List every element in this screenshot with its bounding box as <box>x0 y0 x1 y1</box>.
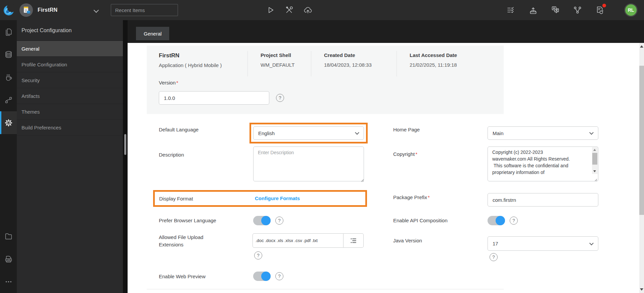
package-prefix-label-wrap: Package Prefix* <box>393 194 430 200</box>
tools-build-icon[interactable] <box>284 5 294 15</box>
sidebar-item-general[interactable]: General <box>17 41 123 57</box>
chevron-down-icon <box>355 130 359 135</box>
topbar-utilities: RL <box>506 0 638 20</box>
sidebar-title: Project Configuration <box>17 20 123 41</box>
tab-general[interactable]: General <box>136 27 169 40</box>
sidebar-scrollbar-thumb[interactable] <box>124 134 126 155</box>
project-avatar-icon[interactable] <box>19 3 33 17</box>
topbar-actions <box>265 0 313 20</box>
java-version-label: Java Version <box>393 238 422 243</box>
enable-web-preview-help-icon[interactable]: ? <box>275 272 283 280</box>
scroll-up-arrow-icon[interactable] <box>640 45 643 48</box>
recent-items-search-input[interactable] <box>111 4 178 16</box>
sidebar-item-profile-configuration[interactable]: Profile Configuration <box>17 57 123 72</box>
enable-web-preview-label: Enable Web Preview <box>159 274 205 279</box>
left-icon-rail: LOG <box>0 20 17 293</box>
project-shell-label: Project Shell <box>261 52 311 58</box>
page-scrollbar[interactable] <box>639 43 644 293</box>
package-prefix-label: Package Prefix <box>393 194 427 200</box>
rail-spacer <box>0 134 17 225</box>
logs-nav-icon[interactable]: LOG <box>0 247 17 270</box>
version-help-icon[interactable]: ? <box>276 94 284 102</box>
top-bar: FirstRN <box>0 0 644 20</box>
toggle-knob <box>496 216 505 225</box>
prefer-browser-language-toggle[interactable] <box>253 216 271 225</box>
home-page-label: Home Page <box>393 127 420 132</box>
share-branch-icon[interactable] <box>572 5 583 15</box>
scroll-down-arrow-icon[interactable] <box>640 288 643 291</box>
sidebar-item-security[interactable]: Security <box>17 72 123 88</box>
enable-api-composition-label: Enable API Composition <box>393 218 448 223</box>
version-input[interactable] <box>159 91 269 105</box>
project-switch-chevron-down-icon[interactable] <box>94 8 99 13</box>
description-textarea[interactable] <box>253 146 364 181</box>
extensions-list-button[interactable] <box>343 233 364 248</box>
resize-grip-icon[interactable] <box>594 177 597 180</box>
allowed-file-upload-help-icon[interactable]: ? <box>254 251 262 259</box>
scroll-up-arrow-icon[interactable] <box>593 149 596 151</box>
settings-sidebar: Project Configuration General Profile Co… <box>17 20 123 293</box>
more-options-icon[interactable] <box>0 270 17 293</box>
home-page-select[interactable]: Main <box>488 126 598 140</box>
java-version-value: 17 <box>493 241 498 246</box>
toggle-knob <box>261 216 271 225</box>
sync-changes-icon[interactable] <box>595 5 605 15</box>
file-explorer-nav-icon[interactable] <box>0 225 17 247</box>
wavemaker-logo-icon[interactable] <box>3 4 15 16</box>
enable-api-composition-toggle[interactable] <box>488 216 505 225</box>
cloud-upload-icon[interactable] <box>303 5 313 15</box>
run-play-icon[interactable] <box>265 5 275 15</box>
configure-formats-link[interactable]: Configure Formats <box>255 195 300 201</box>
pages-nav-icon[interactable] <box>0 20 17 43</box>
database-nav-icon[interactable] <box>0 43 17 66</box>
main-area: General FirstRN Application ( Hybrid Mob… <box>128 20 644 293</box>
last-accessed-label: Last Accessed Date <box>410 52 478 58</box>
settings-nav-icon[interactable] <box>0 111 17 134</box>
version-field-block: Version* ? <box>147 80 504 105</box>
summary-last-accessed-date: Last Accessed Date 21/02/2025, 11:19:18 <box>397 51 478 76</box>
copyright-textarea[interactable]: Copyright (c) 2022-2023 wavemaker.com Al… <box>488 146 598 181</box>
page-scrollbar-thumb[interactable] <box>639 66 644 215</box>
user-avatar[interactable]: RL <box>624 3 638 17</box>
created-date-value: 18/04/2023, 12:08:33 <box>324 62 397 68</box>
resize-grip-icon[interactable] <box>361 177 364 181</box>
package-prefix-input[interactable] <box>488 193 598 207</box>
enable-api-composition-help-icon[interactable]: ? <box>510 217 518 225</box>
project-summary-panel: FirstRN Application ( Hybrid Mobile ) Pr… <box>147 46 504 114</box>
java-services-nav-icon[interactable] <box>0 66 17 89</box>
prefer-browser-language-help-icon[interactable]: ? <box>275 217 283 225</box>
copyright-scrollbar[interactable] <box>592 147 598 174</box>
copyright-scrollbar-thumb[interactable] <box>592 153 597 165</box>
enable-web-preview-toggle[interactable] <box>253 272 271 281</box>
general-settings-content: FirstRN Application ( Hybrid Mobile ) Pr… <box>128 43 639 293</box>
sidebar-item-build-preferences[interactable]: Build Preferences <box>17 120 123 135</box>
summary-project: FirstRN Application ( Hybrid Mobile ) <box>147 51 247 76</box>
last-accessed-value: 21/02/2025, 11:19:18 <box>410 62 478 68</box>
prefer-browser-language-label: Prefer Browser Language <box>159 218 216 223</box>
sidebar-item-artifacts[interactable]: Artifacts <box>17 88 123 104</box>
display-format-label: Display Format <box>159 196 193 201</box>
sidebar-item-themes[interactable]: Themes <box>17 104 123 120</box>
default-language-label: Default Language <box>159 127 198 132</box>
version-label: Version <box>159 80 176 85</box>
created-date-label: Created Date <box>324 52 397 58</box>
required-marker: * <box>176 80 178 85</box>
project-name[interactable]: FirstRN <box>38 0 57 20</box>
required-marker: * <box>415 151 417 157</box>
toggle-knob <box>261 272 271 281</box>
allowed-file-upload-input[interactable] <box>252 233 343 248</box>
translate-languages-icon[interactable] <box>550 5 560 15</box>
section-divider <box>147 289 504 289</box>
default-language-select[interactable]: English <box>253 126 364 140</box>
java-version-select[interactable]: 17 <box>488 236 598 251</box>
scroll-down-arrow-icon[interactable] <box>593 170 596 172</box>
project-shell-value: WM_DEFAULT <box>261 62 311 68</box>
java-version-help-icon[interactable]: ? <box>490 253 498 261</box>
connections-nav-icon[interactable] <box>0 89 17 111</box>
notification-dot <box>602 4 606 7</box>
checklist-icon[interactable] <box>506 5 516 15</box>
export-deploy-icon[interactable] <box>528 5 538 15</box>
copyright-label: Copyright <box>393 151 415 157</box>
description-label: Description <box>159 152 184 158</box>
home-page-value: Main <box>493 130 504 136</box>
